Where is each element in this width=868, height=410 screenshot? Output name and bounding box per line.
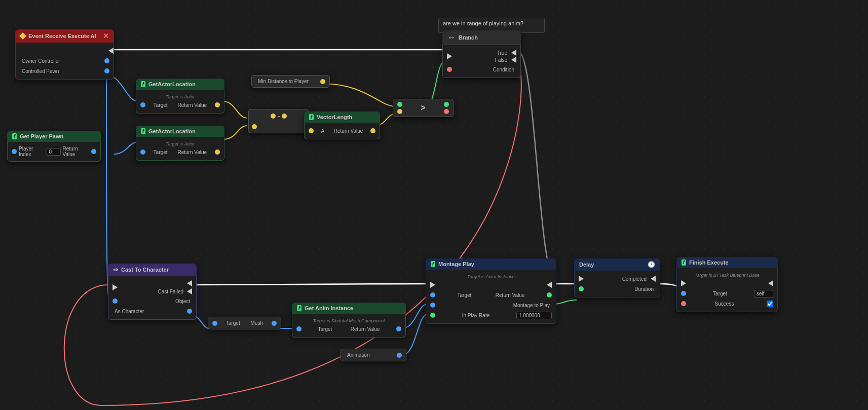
subtract-node[interactable]: - (248, 109, 309, 133)
in-play-rate-pin[interactable] (430, 313, 435, 318)
event-title: Event Receive Execute AI (28, 33, 96, 39)
cast-body: Cast Failed Object As Character (108, 276, 197, 320)
mesh-node[interactable]: Target Mesh (208, 317, 281, 329)
animation-pin[interactable] (397, 353, 402, 358)
delay-completed-pin[interactable] (651, 276, 656, 282)
controlled-pawn-pin[interactable] (104, 68, 109, 73)
finish-execute-node[interactable]: f Finish Execute Target is BTTask Bluepr… (676, 257, 778, 312)
target-pin-2[interactable] (140, 150, 145, 155)
get-player-pawn-body: Player Index Return Value (7, 142, 101, 162)
montage-target-label: Target (458, 292, 472, 298)
player-index-input[interactable] (47, 148, 61, 156)
gt-out-false[interactable] (444, 109, 449, 114)
blueprint-canvas[interactable]: are we in range of playing anim? Event R… (0, 0, 868, 410)
cast-exec-in[interactable] (112, 284, 118, 290)
branch-false-pin[interactable] (511, 57, 516, 63)
finish-target-pin[interactable] (681, 291, 686, 296)
sub-in-b[interactable] (252, 124, 257, 129)
branch-node[interactable]: ↔ Branch True False Condi (442, 30, 521, 78)
return-pin-2[interactable] (215, 150, 220, 155)
delay-exec-in[interactable] (579, 276, 584, 282)
get-actor-location-2-node[interactable]: f GetActorLocation Target is Actor Targe… (136, 126, 224, 161)
vector-length-body: A Return Value (304, 123, 380, 139)
gt-out-true[interactable] (444, 102, 449, 107)
sub-out[interactable] (282, 114, 287, 119)
exec-out-pin[interactable] (108, 48, 114, 54)
return-value-pin[interactable] (91, 149, 96, 154)
mesh-target-pin[interactable] (212, 321, 217, 326)
condition-pin[interactable] (447, 67, 452, 72)
branch-true-pin[interactable] (511, 50, 516, 56)
finish-exec-in[interactable] (681, 280, 686, 286)
event-receive-ai-node[interactable]: Event Receive Execute AI ✕ Owner Control… (15, 29, 114, 80)
as-character-pin[interactable] (187, 309, 192, 314)
duration-label: Duration (634, 286, 654, 292)
delay-node[interactable]: Delay 🕐 Completed Duration (574, 258, 660, 297)
return-pin-1[interactable] (215, 102, 220, 107)
sub-in-a[interactable] (271, 114, 276, 119)
owner-controller-pin[interactable] (104, 58, 109, 63)
montage-return-label: Return Value (496, 292, 525, 298)
duration-row: Duration (575, 284, 660, 294)
completed-label: Completed (622, 276, 647, 282)
montage-return-pin[interactable] (547, 292, 552, 297)
min-distance-node[interactable]: Min Distance to Player (251, 75, 330, 88)
montage-body: Target is Anim Instance Target Return Va… (426, 270, 556, 324)
player-index-pin[interactable] (12, 149, 17, 154)
condition-label: Condition (493, 67, 514, 72)
branch-exec-row: True False (443, 48, 520, 64)
get-actor-loc1-header: f GetActorLocation (136, 79, 224, 90)
success-checkbox[interactable] (767, 301, 773, 307)
target-is-bttask: Target is BTTask Blueprint Base (677, 271, 777, 278)
cast-failed-label: Cast Failed (158, 289, 183, 294)
cast-exec-out[interactable] (187, 280, 192, 286)
gt-in-b[interactable] (397, 109, 402, 114)
duration-pin[interactable] (579, 286, 584, 291)
mesh-out-pin[interactable] (272, 321, 277, 326)
branch-exec-in[interactable] (447, 53, 452, 59)
vl-return-pin[interactable] (370, 128, 375, 133)
finish-target-input[interactable] (754, 290, 773, 297)
cast-title: Cast To Character (121, 267, 169, 273)
gt-in-a[interactable] (397, 102, 402, 107)
target-pin-1[interactable] (140, 102, 145, 107)
montage-exec-out[interactable] (547, 282, 552, 288)
a-pin[interactable] (309, 128, 314, 133)
target-row-1: Target Return Value (136, 100, 224, 110)
anim-return-pin[interactable] (396, 326, 401, 331)
target-is-anim: Target is Anim Instance (426, 273, 556, 280)
get-player-pawn-node[interactable]: f Get Player Pawn Player Index Return Va… (7, 131, 101, 162)
event-icon (19, 32, 26, 40)
anim-target-pin[interactable] (296, 326, 301, 331)
get-player-pawn-title: Get Player Pawn (20, 133, 63, 139)
false-label: False (495, 57, 507, 63)
success-pin[interactable] (681, 301, 686, 306)
func-icon-anim: f (297, 305, 301, 311)
func-icon: f (12, 133, 17, 139)
montage-to-play-pin[interactable] (430, 303, 435, 308)
object-pin[interactable] (112, 299, 118, 304)
vector-length-node[interactable]: f VectorLength A Return Value (304, 111, 380, 139)
vl-return-label: Return Value (334, 128, 363, 134)
montage-exec-in[interactable] (430, 282, 435, 288)
in-play-rate-input[interactable] (516, 312, 552, 319)
montage-to-play-label: Montage to Play (513, 303, 550, 308)
gt-symbol: > (421, 103, 425, 113)
get-actor-location-1-node[interactable]: f GetActorLocation Target is Actor Targe… (136, 79, 224, 114)
min-distance-pin[interactable] (320, 79, 325, 84)
montage-play-node[interactable]: f Montage Play Target is Anim Instance T… (426, 258, 556, 324)
func-icon-2: f (141, 128, 145, 134)
get-anim-instance-node[interactable]: f Get Anim Instance Target is Skeletal M… (292, 303, 406, 338)
cast-to-character-node[interactable]: ⇒ Cast To Character Cast Failed Object (108, 264, 197, 320)
montage-exec-row (426, 280, 556, 290)
get-actor-loc2-header: f GetActorLocation (136, 126, 224, 137)
close-icon[interactable]: ✕ (103, 32, 109, 40)
target-is-skeletal: Target is Skeletal Mesh Component (292, 317, 405, 324)
montage-target-pin[interactable] (430, 292, 435, 297)
animation-node[interactable]: Animation (341, 349, 406, 361)
finish-exec-out[interactable] (768, 280, 773, 286)
anim-return-label: Return Value (351, 326, 380, 332)
player-index-row: Player Index Return Value (8, 145, 100, 158)
greater-than-node[interactable]: > (393, 99, 454, 117)
cast-failed-pin[interactable] (187, 288, 192, 294)
